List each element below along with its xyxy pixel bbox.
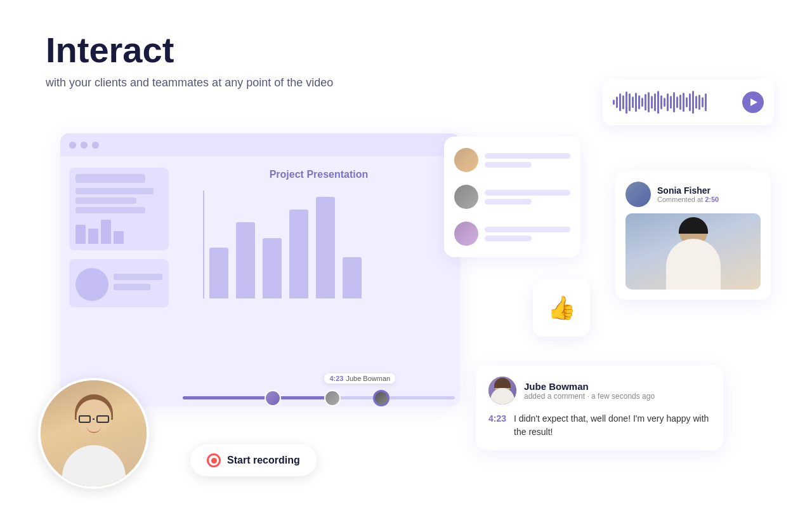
time-badge-time: 4:23: [329, 375, 343, 382]
sonia-time: 2:50: [705, 196, 719, 203]
wave-bar: [698, 95, 700, 110]
sidebar-card-2: [69, 259, 169, 307]
audio-card: [603, 79, 774, 125]
chart-bar-3: [263, 238, 282, 298]
browser-dot-2: [81, 142, 88, 149]
browser-dot-3: [92, 142, 99, 149]
comment-avatar-3: [454, 222, 478, 246]
sonia-meta: Commented at 2:50: [657, 196, 719, 203]
wave-bar: [702, 97, 704, 107]
sonia-header: Sonia Fisher Commented at 2:50: [625, 182, 761, 207]
time-badge: 4:23 Jube Bowman: [324, 373, 395, 384]
sidebar-bar-2: [75, 197, 136, 204]
wave-bar: [695, 96, 697, 109]
wave-bar: [664, 98, 665, 107]
browser-content: Project Presentation: [60, 156, 460, 406]
wave-bar: [683, 93, 684, 112]
wave-bar: [679, 95, 681, 110]
chart-bar-6: [343, 257, 362, 298]
browser-dot-1: [69, 142, 76, 149]
person-glasses: [79, 415, 109, 423]
timeline-progress: [183, 396, 332, 399]
wave-bar: [632, 97, 634, 108]
comment-avatar-1: [454, 148, 478, 172]
header-section: Interact with your clients and teammates…: [46, 30, 333, 90]
chart-bar-5: [316, 197, 335, 298]
wave-bar: [657, 91, 659, 114]
wave-bar: [654, 93, 656, 111]
comment-avatar-2: [454, 185, 478, 209]
jube-meta-text: added a comment · a few seconds ago: [524, 392, 655, 401]
browser-main: Project Presentation: [178, 156, 460, 406]
main-title: Interact: [46, 30, 333, 70]
wave-bar: [670, 96, 672, 109]
wave-bar: [645, 94, 646, 110]
sonia-card: Sonia Fisher Commented at 2:50: [615, 171, 771, 300]
wave-bar: [651, 96, 653, 109]
wave-bar: [676, 97, 678, 108]
comment-lines-3: [485, 227, 570, 241]
wave-bar: [705, 93, 707, 111]
wave-bar: [648, 92, 650, 112]
sonia-photo: [625, 213, 761, 290]
sonia-name: Sonia Fisher: [657, 185, 719, 196]
sonia-info: Sonia Fisher Commented at 2:50: [657, 185, 719, 203]
comment-item-3: [454, 222, 570, 246]
wave-bar: [686, 97, 688, 107]
chart-bar-4: [289, 210, 308, 298]
wave-bar: [667, 93, 669, 111]
comment-lines-1: [485, 153, 570, 168]
recording-icon: [207, 453, 221, 467]
jube-info: Jube Bowman added a comment · a few seco…: [524, 381, 655, 401]
timeline-row: [178, 389, 460, 406]
comment-list-card: [444, 137, 580, 257]
browser-bar: [60, 133, 460, 156]
thumbs-emoji: 👍: [547, 295, 576, 321]
browser-sidebar: [60, 156, 178, 406]
wave-bar: [692, 91, 694, 114]
jube-body: 4:23 I didn't expect that, well done! I'…: [488, 412, 710, 439]
waveform: [613, 91, 733, 114]
chart-axis: [203, 190, 204, 298]
time-badge-name: Jube Bowman: [346, 375, 390, 382]
chart-bars: [209, 197, 362, 298]
wave-bar: [635, 93, 637, 112]
wave-bar: [660, 95, 662, 109]
sidebar-card-1: [69, 168, 169, 250]
wave-bar: [638, 95, 640, 109]
jube-timestamp: 4:23: [488, 412, 506, 424]
recording-dot: [211, 458, 217, 464]
thumbs-up-card: 👍: [533, 279, 590, 337]
jube-header: Jube Bowman added a comment · a few seco…: [488, 377, 710, 404]
play-icon: [750, 98, 757, 106]
presentation-title: Project Presentation: [190, 169, 447, 180]
wave-bar: [673, 92, 675, 112]
chart-area: [190, 190, 447, 318]
presenter-image: [41, 380, 147, 486]
sidebar-avatar-icon: [75, 268, 108, 301]
wave-bar: [625, 91, 627, 114]
play-button[interactable]: [742, 91, 764, 113]
sonia-meta-prefix: Commented at: [657, 196, 703, 203]
comment-item-1: [454, 148, 570, 172]
start-recording-button[interactable]: Start recording: [190, 444, 317, 476]
sidebar-card-header: [75, 174, 145, 183]
jube-avatar: [488, 377, 516, 404]
wave-bar: [622, 95, 624, 109]
wave-bar: [619, 93, 621, 111]
jube-comment-text: I didn't expect that, well done! I'm ver…: [514, 412, 710, 439]
wave-bar: [641, 98, 643, 107]
comment-item-2: [454, 185, 570, 209]
browser-mockup: Project Presentation: [60, 133, 460, 406]
chart-bar-1: [209, 248, 228, 298]
timeline-avatar-1: [265, 390, 281, 406]
chart-bar-2: [236, 222, 255, 298]
subtitle: with your clients and teammates at any p…: [46, 76, 333, 90]
sidebar-bar-3: [75, 207, 145, 213]
jube-card: Jube Bowman added a comment · a few seco…: [476, 365, 723, 450]
timeline-avatar-3: [373, 390, 390, 406]
recording-label: Start recording: [227, 455, 300, 466]
wave-bar: [629, 93, 631, 111]
jube-name: Jube Bowman: [524, 381, 655, 392]
timeline-bar: [183, 396, 455, 399]
